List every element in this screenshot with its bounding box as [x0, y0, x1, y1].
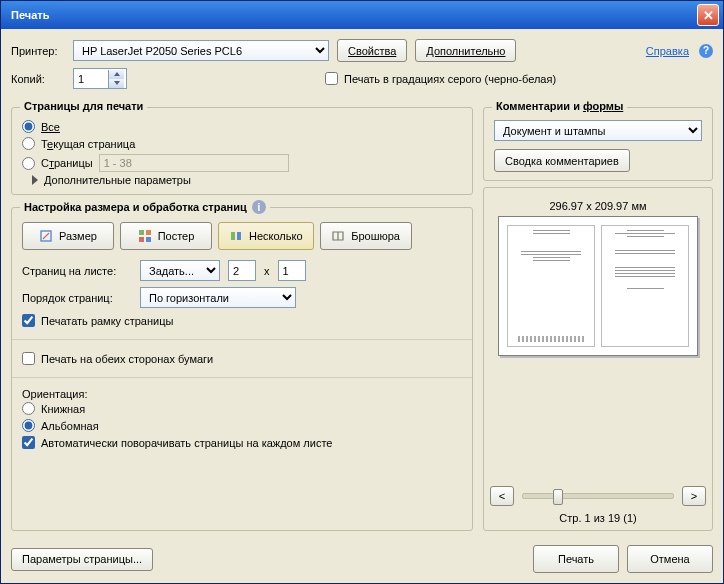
pages-current-radio[interactable] [22, 137, 35, 150]
preview-dimension: 296.97 x 209.97 мм [549, 200, 646, 212]
print-frame-checkbox[interactable] [22, 314, 35, 327]
duplex-checkbox[interactable] [22, 352, 35, 365]
sizing-size-button[interactable]: Размер [22, 222, 114, 250]
pages-range-input[interactable]: 1 - 38 [99, 154, 289, 172]
preview-page-left [507, 225, 595, 347]
window-title: Печать [11, 9, 49, 21]
per-sheet-w[interactable] [228, 260, 256, 281]
preview-status: Стр. 1 из 19 (1) [559, 512, 636, 524]
printer-advanced-button[interactable]: Дополнительно [415, 39, 516, 62]
pages-range-radio[interactable] [22, 157, 35, 170]
grayscale-label: Печать в градациях серого (черно-белая) [344, 73, 556, 85]
pages-all-radio[interactable] [22, 120, 35, 133]
orientation-label: Ориентация: [22, 388, 462, 400]
pages-current-label: Текущая страница [41, 138, 135, 150]
copies-input[interactable] [74, 69, 108, 88]
chevron-right-icon [32, 175, 38, 185]
preview-panel: 296.97 x 209.97 мм [483, 187, 713, 531]
slider-thumb[interactable] [553, 489, 563, 505]
help-link[interactable]: Справка [646, 45, 689, 57]
auto-rotate-checkbox[interactable] [22, 436, 35, 449]
per-sheet-label: Страниц на листе: [22, 265, 132, 277]
svg-rect-5 [231, 232, 235, 240]
pages-range-label: Страницы [41, 157, 93, 169]
svg-rect-2 [146, 230, 151, 235]
sizing-poster-button[interactable]: Постер [120, 222, 212, 250]
printer-select[interactable]: HP LaserJet P2050 Series PCL6 [73, 40, 329, 61]
poster-icon [138, 229, 152, 243]
pages-group-title: Страницы для печати [20, 100, 147, 112]
size-icon [39, 229, 53, 243]
info-icon[interactable]: i [252, 200, 266, 214]
comments-group-title: Комментарии и формы [492, 100, 627, 112]
close-button[interactable]: ✕ [697, 4, 719, 26]
svg-rect-3 [139, 237, 144, 242]
pages-all-label: Все [41, 121, 60, 133]
copies-label: Копий: [11, 73, 65, 85]
pages-group: Страницы для печати Все Текущая страница… [11, 107, 473, 195]
pages-more-toggle[interactable]: Дополнительные параметры [22, 174, 462, 186]
print-dialog: Печать ✕ Принтер: HP LaserJet P2050 Seri… [0, 0, 724, 584]
page-setup-button[interactable]: Параметры страницы... [11, 548, 153, 571]
svg-rect-1 [139, 230, 144, 235]
preview-prev-button[interactable]: < [490, 486, 514, 506]
page-order-label: Порядок страниц: [22, 292, 132, 304]
page-order-select[interactable]: По горизонтали [140, 287, 296, 308]
sizing-group-title: Настройка размера и обработка страниц i [20, 200, 270, 214]
preview-sheet [498, 216, 698, 356]
duplex-label: Печать на обеих сторонах бумаги [41, 353, 213, 365]
print-frame-label: Печатать рамку страницы [41, 315, 173, 327]
per-sheet-h[interactable] [278, 260, 306, 281]
sizing-group: Настройка размера и обработка страниц i … [11, 207, 473, 531]
comments-summary-button[interactable]: Сводка комментариев [494, 149, 630, 172]
copies-up[interactable] [108, 70, 124, 79]
cancel-button[interactable]: Отмена [627, 545, 713, 573]
copies-spinner[interactable] [73, 68, 127, 89]
comments-select[interactable]: Документ и штампы [494, 120, 702, 141]
svg-rect-4 [146, 237, 151, 242]
sizing-booklet-button[interactable]: Брошюра [320, 222, 412, 250]
booklet-icon [331, 229, 345, 243]
grayscale-checkbox[interactable] [325, 72, 338, 85]
comments-group: Комментарии и формы Документ и штампы Св… [483, 107, 713, 181]
title-bar: Печать ✕ [1, 1, 723, 29]
preview-slider[interactable] [522, 493, 674, 499]
orientation-portrait-radio[interactable] [22, 402, 35, 415]
copies-down[interactable] [108, 79, 124, 88]
help-icon[interactable]: ? [699, 44, 713, 58]
print-button[interactable]: Печать [533, 545, 619, 573]
preview-next-button[interactable]: > [682, 486, 706, 506]
orientation-landscape-radio[interactable] [22, 419, 35, 432]
svg-rect-6 [237, 232, 241, 240]
per-sheet-select[interactable]: Задать... [140, 260, 220, 281]
printer-properties-button[interactable]: Свойства [337, 39, 407, 62]
multiple-icon [229, 229, 243, 243]
sizing-multiple-button[interactable]: Несколько [218, 222, 314, 250]
printer-label: Принтер: [11, 45, 65, 57]
preview-page-right [601, 225, 689, 347]
